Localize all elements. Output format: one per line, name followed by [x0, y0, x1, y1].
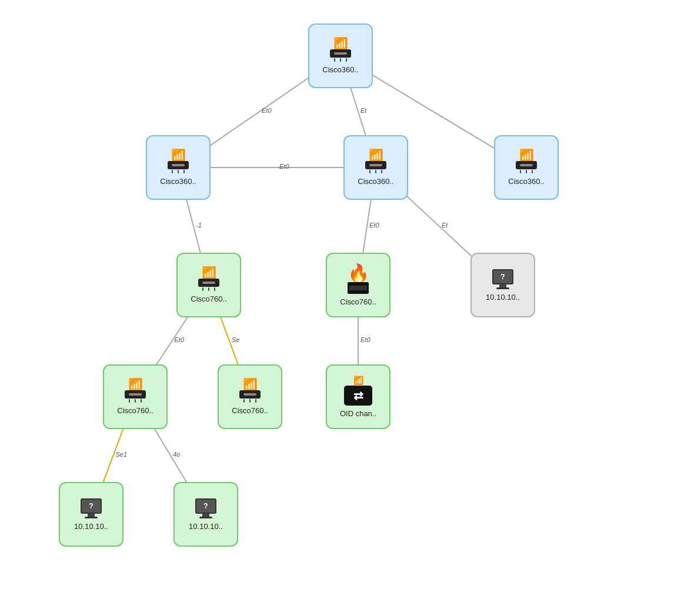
edge-label-3: Et0	[279, 163, 289, 170]
node-icon-n10: 📶 ⇄	[344, 376, 372, 406]
node-label-n3: Cisco360..	[358, 177, 393, 186]
network-diagram: 📶 Cisco360.. 📶 Cisco360.. 📶 Cisco360.. 📶…	[0, 0, 681, 616]
node-n12[interactable]: ? 10.10.10..	[173, 482, 238, 547]
node-n1[interactable]: 📶 Cisco360..	[308, 24, 373, 88]
node-icon-n11: ?	[81, 498, 102, 518]
node-label-n12: 10.10.10..	[189, 522, 223, 531]
node-icon-n12: ?	[195, 498, 216, 518]
edge-label-8: Se	[232, 336, 239, 343]
node-icon-n4: 📶	[516, 149, 537, 173]
node-n2[interactable]: 📶 Cisco360..	[146, 135, 211, 200]
node-n9[interactable]: 📶 Cisco760..	[218, 364, 282, 429]
edge-label-7: Et0	[175, 336, 185, 343]
node-icon-n5: 📶	[198, 267, 219, 291]
node-icon-n7: ?	[492, 269, 513, 289]
node-icon-n1: 📶	[330, 38, 351, 62]
node-icon-n6: 🔥	[348, 265, 369, 294]
edge-label-4: -1	[196, 222, 202, 229]
node-icon-n9: 📶	[239, 379, 261, 403]
node-label-n9: Cisco760..	[232, 406, 268, 415]
node-n4[interactable]: 📶 Cisco360..	[494, 135, 559, 200]
edge-label-10: Se1	[116, 451, 128, 458]
node-label-n5: Cisco760..	[191, 294, 226, 303]
node-label-n4: Cisco360..	[508, 177, 544, 186]
node-label-n10: OID chan..	[340, 409, 376, 418]
node-label-n6: Cisco760..	[340, 297, 376, 306]
node-n10[interactable]: 📶 ⇄ OID chan..	[326, 364, 390, 429]
node-icon-n2: 📶	[168, 149, 189, 173]
node-n7[interactable]: ? 10.10.10..	[470, 253, 535, 317]
edge-label-11: 4o	[173, 451, 180, 458]
edge-label-9: Et0	[360, 336, 370, 343]
node-label-n7: 10.10.10..	[486, 293, 520, 302]
node-label-n8: Cisco760..	[117, 406, 153, 415]
edge-label-1: Et	[360, 107, 366, 114]
node-n3[interactable]: 📶 Cisco360..	[343, 135, 408, 200]
edge-label-5: Et0	[369, 222, 379, 229]
node-icon-n3: 📶	[365, 149, 386, 173]
node-label-n11: 10.10.10..	[74, 522, 108, 531]
edge-label-0: Et0	[262, 107, 272, 114]
node-icon-n8: 📶	[125, 379, 146, 403]
node-n5[interactable]: 📶 Cisco760..	[176, 253, 241, 317]
node-n11[interactable]: ? 10.10.10..	[59, 482, 123, 547]
node-label-n1: Cisco360..	[322, 65, 358, 74]
node-label-n2: Cisco360..	[160, 177, 196, 186]
node-n8[interactable]: 📶 Cisco760..	[103, 364, 168, 429]
node-n6[interactable]: 🔥 Cisco760..	[326, 253, 390, 317]
edge-label-6: Et	[442, 222, 448, 229]
